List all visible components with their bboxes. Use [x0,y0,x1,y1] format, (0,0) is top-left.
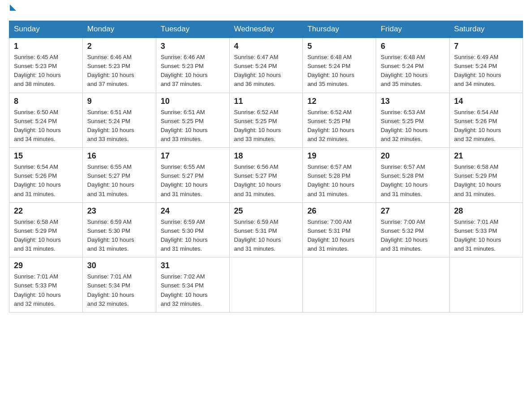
day-info: Sunrise: 6:57 AMSunset: 5:28 PMDaylight:… [381,163,428,197]
logo-arrow-icon [10,4,16,11]
day-number: 11 [234,97,298,106]
calendar-cell: 14 Sunrise: 6:54 AMSunset: 5:26 PMDaylig… [450,93,523,148]
day-number: 24 [161,206,225,216]
calendar-cell: 2 Sunrise: 6:46 AMSunset: 5:23 PMDayligh… [82,38,156,93]
day-number: 12 [307,97,371,106]
week-row-5: 29 Sunrise: 7:01 AMSunset: 5:33 PMDaylig… [9,257,523,313]
day-number: 15 [14,151,78,161]
day-number: 10 [161,97,225,106]
weekday-header-friday: Friday [376,21,450,38]
day-number: 7 [454,42,518,51]
day-info: Sunrise: 6:51 AMSunset: 5:24 PMDaylight:… [87,109,134,142]
calendar-cell: 13 Sunrise: 6:53 AMSunset: 5:25 PMDaylig… [376,93,450,148]
calendar-table: SundayMondayTuesdayWednesdayThursdayFrid… [9,21,523,313]
day-info: Sunrise: 6:48 AMSunset: 5:24 PMDaylight:… [381,54,428,87]
day-info: Sunrise: 6:52 AMSunset: 5:25 PMDaylight:… [307,109,354,142]
day-number: 2 [87,42,151,51]
week-row-2: 8 Sunrise: 6:50 AMSunset: 5:24 PMDayligh… [9,93,523,148]
week-row-3: 15 Sunrise: 6:54 AMSunset: 5:26 PMDaylig… [9,148,523,203]
day-info: Sunrise: 6:58 AMSunset: 5:29 PMDaylight:… [14,218,61,252]
day-number: 16 [87,151,151,161]
day-number: 29 [14,261,78,270]
calendar-cell: 11 Sunrise: 6:52 AMSunset: 5:25 PMDaylig… [229,93,303,148]
weekday-header-sunday: Sunday [9,21,83,38]
calendar-cell: 9 Sunrise: 6:51 AMSunset: 5:24 PMDayligh… [82,93,156,148]
day-number: 23 [87,206,151,216]
calendar-cell: 18 Sunrise: 6:56 AMSunset: 5:27 PMDaylig… [229,148,303,203]
calendar-cell: 28 Sunrise: 7:01 AMSunset: 5:33 PMDaylig… [450,202,523,257]
calendar-cell: 29 Sunrise: 7:01 AMSunset: 5:33 PMDaylig… [9,257,83,313]
calendar-cell: 4 Sunrise: 6:47 AMSunset: 5:24 PMDayligh… [229,38,303,93]
calendar-cell: 30 Sunrise: 7:01 AMSunset: 5:34 PMDaylig… [82,257,156,313]
week-row-1: 1 Sunrise: 6:45 AMSunset: 5:23 PMDayligh… [9,38,523,93]
calendar-cell: 12 Sunrise: 6:52 AMSunset: 5:25 PMDaylig… [303,93,376,148]
weekday-header-wednesday: Wednesday [229,21,303,38]
day-info: Sunrise: 6:54 AMSunset: 5:26 PMDaylight:… [14,163,61,197]
day-info: Sunrise: 6:48 AMSunset: 5:24 PMDaylight:… [307,54,354,87]
day-info: Sunrise: 6:51 AMSunset: 5:25 PMDaylight:… [161,109,208,142]
day-info: Sunrise: 6:50 AMSunset: 5:24 PMDaylight:… [14,109,61,142]
day-info: Sunrise: 6:55 AMSunset: 5:27 PMDaylight:… [161,163,208,197]
weekday-header-row: SundayMondayTuesdayWednesdayThursdayFrid… [9,21,523,38]
day-number: 17 [161,151,225,161]
day-info: Sunrise: 6:56 AMSunset: 5:27 PMDaylight:… [234,163,281,197]
day-info: Sunrise: 7:02 AMSunset: 5:34 PMDaylight:… [161,273,208,307]
day-info: Sunrise: 7:01 AMSunset: 5:33 PMDaylight:… [14,273,61,307]
calendar-cell: 15 Sunrise: 6:54 AMSunset: 5:26 PMDaylig… [9,148,83,203]
day-info: Sunrise: 7:00 AMSunset: 5:31 PMDaylight:… [307,218,354,252]
calendar-cell: 10 Sunrise: 6:51 AMSunset: 5:25 PMDaylig… [156,93,229,148]
weekday-header-saturday: Saturday [450,21,523,38]
day-info: Sunrise: 6:53 AMSunset: 5:25 PMDaylight:… [381,109,428,142]
day-info: Sunrise: 7:00 AMSunset: 5:32 PMDaylight:… [381,218,428,252]
day-number: 14 [454,97,518,106]
calendar-cell: 27 Sunrise: 7:00 AMSunset: 5:32 PMDaylig… [376,202,450,257]
calendar-cell: 31 Sunrise: 7:02 AMSunset: 5:34 PMDaylig… [156,257,229,313]
day-info: Sunrise: 6:46 AMSunset: 5:23 PMDaylight:… [87,54,134,87]
day-number: 27 [381,206,445,216]
day-number: 30 [87,261,151,270]
day-number: 26 [307,206,371,216]
day-number: 18 [234,151,298,161]
day-info: Sunrise: 6:46 AMSunset: 5:23 PMDaylight:… [161,54,208,87]
day-info: Sunrise: 6:52 AMSunset: 5:25 PMDaylight:… [234,109,281,142]
day-number: 9 [87,97,151,106]
calendar-cell [376,257,450,313]
day-number: 4 [234,42,298,51]
page-header [9,9,523,12]
weekday-header-tuesday: Tuesday [156,21,229,38]
calendar-cell [229,257,303,313]
day-info: Sunrise: 6:54 AMSunset: 5:26 PMDaylight:… [454,109,501,142]
day-number: 1 [14,42,78,51]
calendar-cell: 23 Sunrise: 6:59 AMSunset: 5:30 PMDaylig… [82,202,156,257]
day-number: 8 [14,97,78,106]
calendar-cell: 7 Sunrise: 6:49 AMSunset: 5:24 PMDayligh… [450,38,523,93]
day-number: 20 [381,151,445,161]
calendar-cell: 5 Sunrise: 6:48 AMSunset: 5:24 PMDayligh… [303,38,376,93]
calendar-cell [303,257,376,313]
day-number: 25 [234,206,298,216]
week-row-4: 22 Sunrise: 6:58 AMSunset: 5:29 PMDaylig… [9,202,523,257]
day-number: 21 [454,151,518,161]
day-info: Sunrise: 6:55 AMSunset: 5:27 PMDaylight:… [87,163,134,197]
calendar-cell: 16 Sunrise: 6:55 AMSunset: 5:27 PMDaylig… [82,148,156,203]
weekday-header-monday: Monday [82,21,156,38]
day-number: 5 [307,42,371,51]
day-info: Sunrise: 6:49 AMSunset: 5:24 PMDaylight:… [454,54,501,87]
weekday-header-thursday: Thursday [303,21,376,38]
day-info: Sunrise: 7:01 AMSunset: 5:33 PMDaylight:… [454,218,501,252]
calendar-cell: 21 Sunrise: 6:58 AMSunset: 5:29 PMDaylig… [450,148,523,203]
day-number: 28 [454,206,518,216]
day-number: 31 [161,261,225,270]
day-info: Sunrise: 6:57 AMSunset: 5:28 PMDaylight:… [307,163,354,197]
calendar-cell: 25 Sunrise: 6:59 AMSunset: 5:31 PMDaylig… [229,202,303,257]
calendar-cell: 1 Sunrise: 6:45 AMSunset: 5:23 PMDayligh… [9,38,83,93]
logo [9,9,16,11]
day-info: Sunrise: 6:59 AMSunset: 5:30 PMDaylight:… [87,218,134,252]
calendar-cell: 20 Sunrise: 6:57 AMSunset: 5:28 PMDaylig… [376,148,450,203]
calendar-cell: 6 Sunrise: 6:48 AMSunset: 5:24 PMDayligh… [376,38,450,93]
day-info: Sunrise: 6:59 AMSunset: 5:30 PMDaylight:… [161,218,208,252]
calendar-cell: 3 Sunrise: 6:46 AMSunset: 5:23 PMDayligh… [156,38,229,93]
calendar-cell: 8 Sunrise: 6:50 AMSunset: 5:24 PMDayligh… [9,93,83,148]
day-number: 3 [161,42,225,51]
calendar-cell: 17 Sunrise: 6:55 AMSunset: 5:27 PMDaylig… [156,148,229,203]
